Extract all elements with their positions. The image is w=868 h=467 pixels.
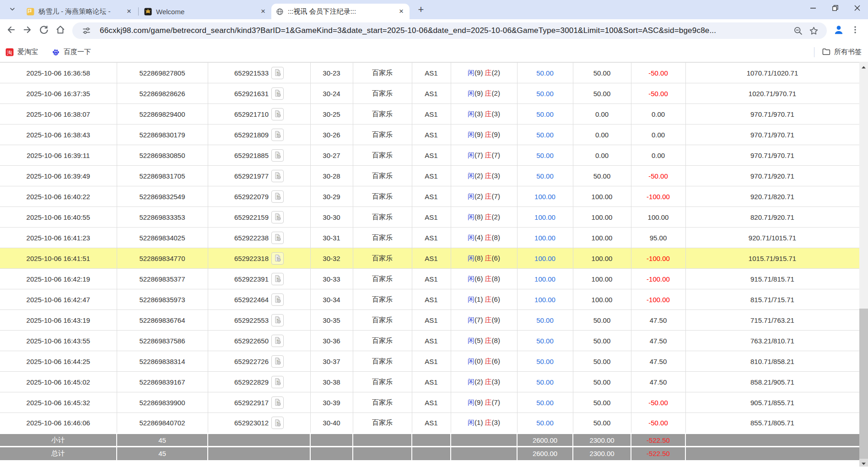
table-row[interactable]: 2025-10-06 16:43:55522869837586652922650… — [0, 331, 859, 351]
new-tab-button[interactable]: + — [414, 3, 428, 16]
cell-game-name: 百家乐 — [353, 104, 412, 125]
cell-bet-amount: 50.00 — [517, 166, 573, 186]
close-tab-icon[interactable]: × — [258, 6, 269, 17]
video-replay-button[interactable] — [271, 355, 284, 368]
table-row[interactable]: 2025-10-06 16:45:02522869839167652922829… — [0, 372, 859, 392]
cell-valid-amount: 100.00 — [573, 228, 631, 248]
video-replay-button[interactable] — [271, 293, 284, 306]
bookmark-baidu[interactable]: du 百度一下 — [52, 48, 91, 56]
table-row[interactable]: 2025-10-06 16:44:25522869838314652922726… — [0, 351, 859, 372]
video-replay-button[interactable] — [271, 190, 284, 203]
cell-win-loss: 47.50 — [631, 351, 685, 372]
table-row[interactable]: 2025-10-06 16:37:35522869828626652921631… — [0, 83, 859, 104]
table-row[interactable]: 2025-10-06 16:42:19522869835377652922391… — [0, 269, 859, 289]
cell-valid-amount: 50.00 — [573, 331, 631, 351]
svg-text:淘: 淘 — [7, 49, 12, 55]
table-row[interactable]: 2025-10-06 16:41:51522869834770652922318… — [0, 248, 859, 269]
cell-time: 2025-10-06 16:36:58 — [0, 63, 117, 83]
reload-button[interactable] — [36, 22, 52, 39]
cell-account: AS1 — [412, 248, 451, 269]
close-tab-icon[interactable]: × — [396, 6, 407, 17]
table-row[interactable]: 2025-10-06 16:38:43522869830179652921809… — [0, 125, 859, 145]
cell-bet-id: 522869830179 — [117, 125, 208, 145]
cell-bet-id: 522869836764 — [117, 310, 208, 331]
bookmark-star-icon[interactable] — [806, 23, 821, 38]
browser-menu-button[interactable] — [847, 22, 863, 39]
cell-round-id: 652921710 — [208, 104, 310, 125]
video-replay-button[interactable] — [271, 252, 284, 265]
cell-balance: 970.71/970.71 — [685, 104, 859, 125]
video-replay-button[interactable] — [271, 67, 284, 79]
table-row[interactable]: 2025-10-06 16:41:23522869834025652922238… — [0, 228, 859, 248]
cell-round-id: 652921885 — [208, 145, 310, 166]
cell-time: 2025-10-06 16:38:07 — [0, 104, 117, 125]
video-replay-button[interactable] — [271, 376, 284, 388]
table-row[interactable]: 2025-10-06 16:38:07522869829400652921710… — [0, 104, 859, 125]
tab-title: 杨雪儿 - 海燕策略论坛 - — [38, 7, 124, 16]
home-icon — [55, 25, 65, 37]
scrollbar-down-button[interactable] — [859, 459, 868, 467]
video-replay-button[interactable] — [271, 232, 284, 244]
cell-bet-id: 522869832549 — [117, 186, 208, 207]
video-replay-button[interactable] — [271, 417, 284, 429]
cell-account: AS1 — [412, 63, 451, 83]
cell-result: 闲(7) 庄(7) — [451, 145, 517, 166]
cell-bet-id: 522869837586 — [117, 331, 208, 351]
svg-text:du: du — [54, 52, 58, 55]
video-replay-button[interactable] — [271, 87, 284, 100]
zoom-out-icon[interactable] — [790, 23, 806, 38]
table-row[interactable]: 2025-10-06 16:45:32522869839900652922917… — [0, 392, 859, 413]
cell-result: 闲(2) 庄(3) — [451, 166, 517, 186]
restore-button[interactable] — [824, 0, 846, 17]
back-button[interactable] — [3, 22, 19, 39]
table-row[interactable]: 2025-10-06 16:39:11522869830850652921885… — [0, 145, 859, 166]
video-replay-button[interactable] — [271, 314, 284, 326]
cell-time: 2025-10-06 16:40:55 — [0, 207, 117, 228]
scrollbar-up-button[interactable] — [859, 62, 868, 70]
video-replay-button[interactable] — [271, 273, 284, 285]
bookmark-aitaobao[interactable]: 淘 爱淘宝 — [5, 48, 38, 56]
home-button[interactable] — [52, 22, 69, 39]
profile-button[interactable] — [830, 22, 847, 39]
video-replay-button[interactable] — [271, 335, 284, 347]
video-replay-button[interactable] — [271, 108, 284, 120]
close-tab-icon[interactable]: × — [124, 6, 135, 17]
cell-round-id: 652922159 — [208, 207, 310, 228]
table-row[interactable]: 2025-10-06 16:36:58522869827805652921533… — [0, 63, 859, 83]
all-bookmarks-button[interactable]: 所有书签 — [822, 47, 862, 57]
cell-bet-amount: 50.00 — [517, 310, 573, 331]
cell-balance: 920.71/1015.71 — [685, 228, 859, 248]
page-scrollbar[interactable] — [859, 62, 868, 467]
tab-forum[interactable]: 杨雪儿 - 海燕策略论坛 - × — [22, 4, 137, 19]
tab-bet-records-active[interactable]: :::视讯 会员下注纪录::: × — [271, 4, 410, 19]
tab-welcome[interactable]: Welcome × — [140, 4, 271, 19]
video-replay-button[interactable] — [271, 170, 284, 182]
cell-result: 闲(5) 庄(8) — [451, 331, 517, 351]
table-row[interactable]: 2025-10-06 16:40:55522869833353652922159… — [0, 207, 859, 228]
cell-round-id: 652921977 — [208, 166, 310, 186]
cell-bet-amount: 50.00 — [517, 145, 573, 166]
video-replay-button[interactable] — [271, 129, 284, 141]
close-window-button[interactable] — [846, 0, 868, 17]
table-row[interactable]: 2025-10-06 16:39:49522869831705652921977… — [0, 166, 859, 186]
forward-button[interactable] — [19, 22, 36, 39]
video-replay-button[interactable] — [271, 149, 284, 162]
table-row[interactable]: 2025-10-06 16:42:47522869835973652922464… — [0, 289, 859, 310]
url-text[interactable]: 66cxkj98.com/game/betrecord_search/kind3… — [100, 26, 790, 35]
cell-round-id: 652922391 — [208, 269, 310, 289]
video-replay-button[interactable] — [271, 396, 284, 409]
tab-search-button[interactable] — [5, 3, 19, 17]
scrollbar-thumb[interactable] — [859, 309, 868, 459]
cell-time: 2025-10-06 16:37:35 — [0, 83, 117, 104]
table-row[interactable]: 2025-10-06 16:43:19522869836764652922553… — [0, 310, 859, 331]
cell-balance: 810.71/858.21 — [685, 351, 859, 372]
address-bar[interactable]: 66cxkj98.com/game/betrecord_search/kind3… — [72, 22, 827, 39]
site-settings-icon[interactable] — [79, 23, 94, 38]
restore-icon — [832, 5, 838, 13]
video-replay-icon — [273, 233, 282, 242]
table-row[interactable]: 2025-10-06 16:46:06522869840702652923012… — [0, 413, 859, 434]
table-row[interactable]: 2025-10-06 16:40:22522869832549652922079… — [0, 186, 859, 207]
video-replay-button[interactable] — [271, 211, 284, 223]
cell-time: 2025-10-06 16:44:25 — [0, 351, 117, 372]
minimize-button[interactable] — [802, 0, 824, 17]
